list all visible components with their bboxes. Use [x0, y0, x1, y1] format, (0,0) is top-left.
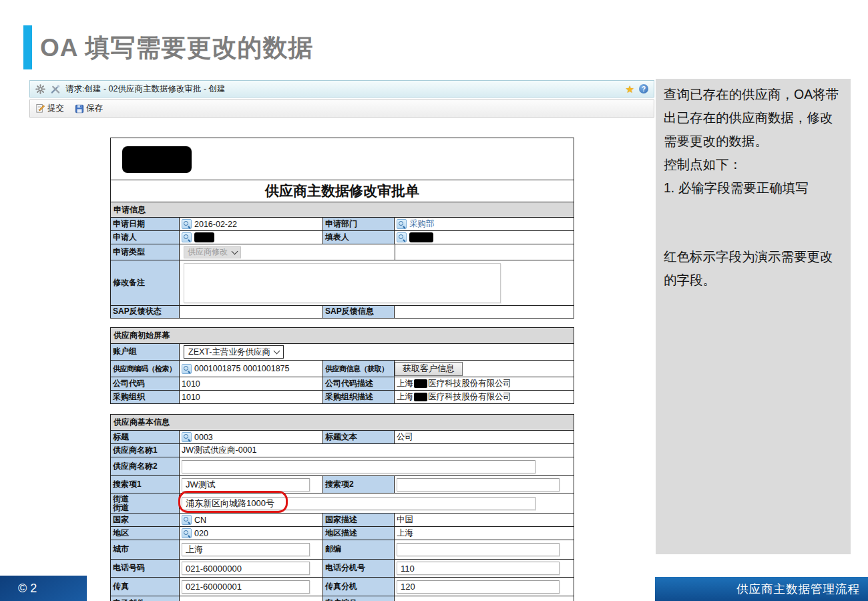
company-desc-cell: 上海 医疗科技股份有限公司 [394, 377, 574, 390]
submit-pencil-icon [35, 104, 45, 114]
lookup-icon[interactable] [182, 515, 192, 525]
favorite-star-icon[interactable]: ★ [626, 84, 634, 94]
city-input[interactable]: 上海 [182, 543, 310, 556]
fetch-customer-info-button[interactable]: 获取客户信息 [395, 362, 463, 376]
region-cell: 020 [179, 527, 322, 540]
filler-cell [394, 231, 574, 244]
region-value[interactable]: 020 [194, 529, 208, 538]
table-row: 地区 020 地区描述 上海 [111, 526, 574, 540]
fax-ext-input[interactable]: 120 [397, 580, 560, 594]
sap-info-label: SAP反馈信息 [322, 306, 394, 318]
search1-cell: JW测试 [179, 476, 322, 493]
modify-note-label: 修改备注 [111, 260, 179, 305]
lookup-icon[interactable] [182, 364, 192, 374]
company-desc-prefix: 上海 [397, 378, 413, 389]
fax-input[interactable]: 021-60000001 [182, 580, 310, 594]
form-table-basic-info: 供应商基本信息 标题 0003 标题文本 公司 供应商名称1 JW测试供应商-0… [110, 414, 574, 601]
title-field-value[interactable]: 0003 [194, 433, 213, 442]
lookup-icon[interactable] [182, 219, 192, 229]
apply-type-label: 申请类型 [111, 244, 179, 260]
country-value[interactable]: CN [194, 516, 206, 525]
account-group-label: 账户组 [111, 344, 179, 360]
tools-icon[interactable] [50, 84, 61, 94]
table-row: 申请人 填表人 [111, 230, 574, 244]
company-code-value: 1010 [179, 377, 322, 390]
region-label: 地区 [111, 527, 179, 540]
lookup-icon[interactable] [182, 432, 192, 442]
vendor-name1-value[interactable]: JW测试供应商-0001 [179, 444, 574, 457]
fax-ext-label: 传真分机 [322, 578, 394, 596]
search1-label: 搜索项1 [111, 476, 179, 493]
country-label: 国家 [111, 514, 179, 526]
note-paragraph: 控制点如下： [664, 153, 843, 176]
apply-date-label: 申请日期 [111, 218, 179, 230]
window-titlebar: 请求:创建 - 02供应商主数据修改审批 - 创建 ★ ? [29, 80, 654, 97]
zip-cell [394, 540, 574, 559]
submit-button[interactable]: 提交 [35, 103, 64, 114]
apply-type-cell: 供应商修改 [179, 244, 395, 260]
city-label: 城市 [111, 540, 179, 559]
save-button[interactable]: 保存 [75, 103, 103, 114]
save-floppy-icon [75, 104, 84, 114]
city-cell: 上海 [179, 540, 322, 559]
table-row: 供应商编码（检索） 0001001875 0001001875 供应商信息（获取… [111, 360, 574, 377]
vendor-name2-input[interactable] [182, 460, 535, 473]
account-group-dropdown[interactable]: ZEXT-主营业务供应商 [184, 345, 284, 359]
lookup-icon[interactable] [182, 528, 192, 538]
note-paragraph: 查询已存在的供应商，OA将带出已存在的供应商数据，修改需要更改的数据。 [664, 83, 843, 153]
phone-ext-input[interactable]: 110 [397, 562, 560, 575]
fax-cell: 021-60000001 [179, 578, 322, 596]
street-label: 街道 街道 [111, 493, 179, 513]
table-row: 修改备注 [111, 260, 574, 305]
email-label: 电子邮件 [111, 596, 179, 601]
table-row: 搜索项1 JW测试 搜索项2 [111, 475, 574, 493]
apply-date-value[interactable]: 2016-02-22 [194, 220, 237, 229]
email-cell [179, 596, 322, 601]
sap-status-value [179, 306, 322, 318]
lookup-icon[interactable] [397, 232, 407, 242]
save-label: 保存 [86, 103, 103, 114]
note-panel: 查询已存在的供应商，OA将带出已存在的供应商数据，修改需要更改的数据。 控制点如… [656, 79, 851, 554]
purch-org-desc-cell: 上海 医疗科技股份有限公司 [394, 391, 574, 403]
note-paragraph: 1. 必输字段需要正确填写 [664, 176, 843, 200]
vendor-code-value[interactable]: 0001001875 0001001875 [194, 364, 290, 373]
street-input[interactable]: 浦东新区向城路1000号 [182, 497, 535, 510]
apply-type-dropdown[interactable]: 供应商修改 [184, 246, 241, 258]
purch-org-desc-label: 采购组织描述 [322, 391, 394, 403]
footer-text: 供应商主数据管理流程 [736, 581, 860, 597]
copyright-text: © 2 [18, 582, 37, 596]
table-row: SAP反馈状态 SAP反馈信息 [111, 305, 574, 318]
slide: OA 填写需要更改的数据 请求:创建 - 02供应商主数据修改审批 - 创建 ★… [0, 0, 868, 601]
lookup-icon[interactable] [182, 232, 192, 242]
title-field-label: 标题 [111, 431, 179, 443]
help-icon[interactable]: ? [639, 84, 648, 93]
customer-code-cell [394, 596, 574, 601]
lookup-icon[interactable] [397, 219, 407, 229]
table-row: 申请日期 2016-02-22 申请部门 采购部 [111, 217, 574, 230]
title-text-value: 公司 [394, 431, 574, 443]
search2-input[interactable] [397, 478, 560, 491]
logo-cell [111, 138, 574, 180]
window-title: 请求:创建 - 02供应商主数据修改审批 - 创建 [65, 83, 226, 95]
page-title: OA 填写需要更改的数据 [40, 31, 313, 65]
vendor-code-label: 供应商编码（检索） [111, 361, 179, 377]
apply-type-value: 供应商修改 [188, 246, 228, 258]
vendor-name1-label: 供应商名称1 [111, 444, 179, 457]
apply-dept-label: 申请部门 [322, 218, 394, 230]
section-initial-screen: 供应商初始屏幕 [111, 328, 574, 343]
country-desc-label: 国家描述 [322, 514, 394, 526]
apply-dept-value[interactable]: 采购部 [409, 218, 435, 230]
chevron-down-icon [232, 248, 238, 254]
table-row: 电子邮件 客户编号 [111, 596, 574, 601]
fax-ext-cell: 120 [394, 578, 574, 596]
applicant-redacted [194, 232, 214, 242]
gear-icon[interactable] [35, 84, 45, 94]
vendor-name2-label: 供应商名称2 [111, 457, 179, 475]
table-row: 国家 CN 国家描述 中国 [111, 513, 574, 526]
zip-input[interactable] [397, 543, 560, 556]
search1-input[interactable]: JW测试 [182, 478, 310, 491]
phone-input[interactable]: 021-60000000 [182, 562, 310, 575]
modify-note-textarea[interactable] [184, 263, 501, 303]
section-basic-info: 供应商基本信息 [111, 415, 574, 430]
account-group-value: ZEXT-主营业务供应商 [188, 347, 270, 358]
